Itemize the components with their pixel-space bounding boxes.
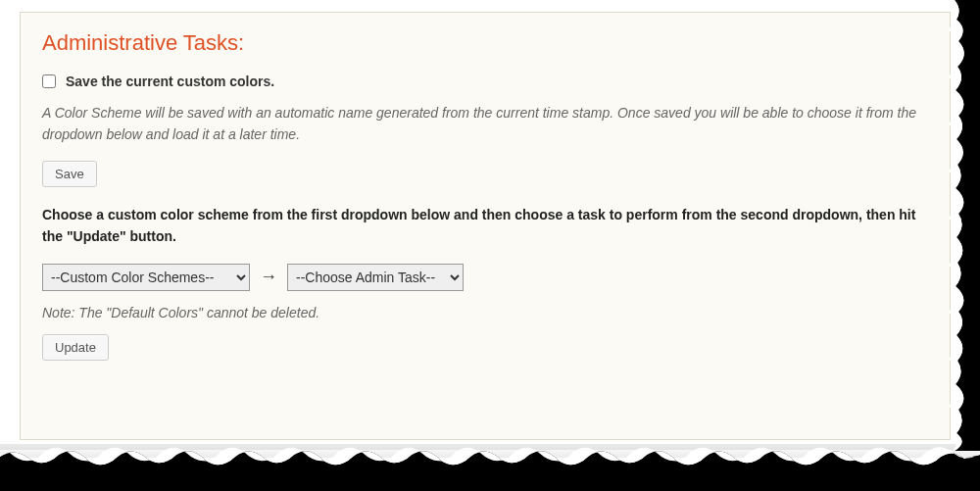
save-colors-checkbox[interactable] [42, 74, 56, 88]
save-help-text: A Color Scheme will be saved with an aut… [42, 103, 928, 145]
save-colors-row: Save the current custom colors. [42, 74, 928, 89]
save-colors-label[interactable]: Save the current custom colors. [66, 74, 274, 89]
footer-shadow [0, 444, 980, 458]
admin-tasks-panel: Administrative Tasks: Save the current c… [20, 12, 951, 440]
color-scheme-select[interactable]: --Custom Color Schemes-- [42, 264, 250, 291]
dropdown-row: --Custom Color Schemes-- → --Choose Admi… [42, 264, 928, 291]
footer-strip [0, 444, 980, 450]
choose-instruction: Choose a custom color scheme from the fi… [42, 205, 928, 247]
panel-heading: Administrative Tasks: [42, 30, 928, 56]
delete-note: Note: The "Default Colors" cannot be del… [42, 305, 928, 320]
save-button[interactable]: Save [42, 161, 97, 187]
torn-edge-bottom [0, 437, 980, 491]
admin-task-select[interactable]: --Choose Admin Task-- [287, 264, 464, 291]
update-button[interactable]: Update [42, 334, 109, 361]
arrow-right-icon: → [260, 267, 277, 287]
